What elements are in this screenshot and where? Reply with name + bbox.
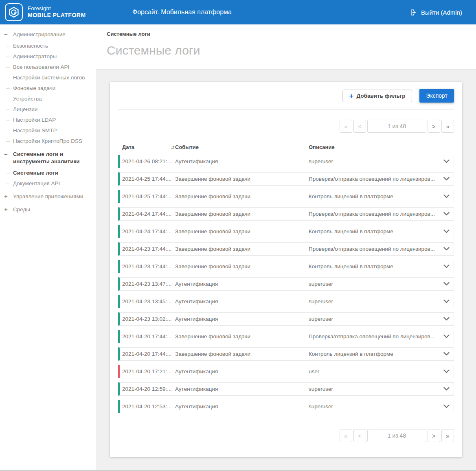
add-filter-label: Добавить фильтр xyxy=(357,93,406,99)
prev-page-button[interactable]: < xyxy=(353,429,366,442)
logout-icon xyxy=(409,9,417,16)
chevron-down-icon[interactable] xyxy=(439,317,454,321)
app-logo[interactable]: Foresight MOBILE PLATFORM xyxy=(0,3,86,21)
table-row[interactable]: 2021-04-20 17:44:...Завершение фоновой з… xyxy=(118,347,454,361)
row-event: Завершение фоновой задачи xyxy=(175,211,309,217)
sidebar-item[interactable]: Все пользователи API xyxy=(13,62,96,72)
table-row[interactable]: 2021-04-20 17:21:...Аутентификацияuser xyxy=(118,365,454,378)
table-row[interactable]: 2021-04-23 17:44:...Завершение фоновой з… xyxy=(118,260,454,273)
sidebar-item[interactable]: Лицензии xyxy=(13,104,96,115)
row-date: 2021-04-25 17:44:... xyxy=(122,176,175,182)
row-event: Завершение фоновой задачи xyxy=(175,193,309,199)
chevron-down-icon[interactable] xyxy=(439,160,454,163)
add-filter-button[interactable]: + Добавить фильтр xyxy=(342,90,412,102)
app-header: Foresight MOBILE PLATFORM Форсайт. Мобил… xyxy=(0,0,476,24)
table-row[interactable]: 2021-04-20 12:53:...Аутентификацияsuperu… xyxy=(118,400,454,413)
sidebar-section-0: −АдминистрированиеБезопасностьАдминистра… xyxy=(0,28,96,147)
export-button[interactable]: Экспорт xyxy=(419,89,454,103)
pagination: «<1 из 48>» xyxy=(118,429,454,442)
chevron-down-icon[interactable] xyxy=(439,195,454,198)
table-row[interactable]: 2021-04-20 12:59:...Аутентификацияsuperu… xyxy=(118,382,454,396)
chevron-down-icon[interactable] xyxy=(439,352,454,356)
row-description: Контроль лицензий в платформе xyxy=(309,193,439,199)
row-event: Аутентификация xyxy=(175,281,309,287)
sidebar-section-header[interactable]: +Управление приложениями xyxy=(0,191,96,203)
table-row[interactable]: 2021-04-26 08:21:...Аутентификацияsuperu… xyxy=(118,155,454,168)
table-row[interactable]: 2021-04-23 17:44:...Завершение фоновой з… xyxy=(118,242,454,256)
sidebar-item[interactable]: Настройки LDAP xyxy=(13,115,96,125)
table-row[interactable]: 2021-04-23 13:02:...Аутентификацияsuperu… xyxy=(118,312,454,326)
logout-button[interactable]: Выйти (Admin) xyxy=(409,0,462,24)
sort-icon[interactable]: ↓↑ xyxy=(171,144,175,150)
sidebar-item[interactable]: Администраторы xyxy=(13,51,96,62)
sidebar-tree: −АдминистрированиеБезопасностьАдминистра… xyxy=(0,28,96,216)
table-row[interactable]: 2021-04-23 13:47:...Аутентификацияsuperu… xyxy=(118,277,454,291)
row-event: Завершение фоновой задачи xyxy=(175,228,309,234)
sidebar-item[interactable]: Устройства xyxy=(13,94,96,104)
table-row[interactable]: 2021-04-24 17:44:...Завершение фоновой з… xyxy=(118,207,454,221)
sidebar-section-3: +Среды xyxy=(0,204,96,216)
sidebar-item[interactable]: Системные логи xyxy=(13,168,96,178)
first-page-button[interactable]: « xyxy=(340,429,352,442)
sidebar-section-header[interactable]: −Системные логи и инструменты аналитики xyxy=(0,148,96,168)
first-page-button[interactable]: « xyxy=(340,120,352,133)
last-page-button[interactable]: » xyxy=(441,429,454,442)
row-description: superuser xyxy=(309,316,439,322)
page-head: Системные логи Системные логи xyxy=(96,24,476,70)
table-row[interactable]: 2021-04-23 13:45:...Аутентификацияsuperu… xyxy=(118,295,454,308)
chevron-down-icon[interactable] xyxy=(439,405,454,408)
prev-page-button[interactable]: < xyxy=(353,120,366,133)
row-date: 2021-04-25 17:44:... xyxy=(122,193,175,199)
sidebar-section-label: Системные логи и инструменты аналитики xyxy=(13,151,85,165)
row-event: Аутентификация xyxy=(175,316,309,322)
row-event: Завершение фоновой задачи xyxy=(175,351,309,357)
row-description: superuser xyxy=(309,403,439,410)
sidebar-section-1: −Системные логи и инструменты аналитикиС… xyxy=(0,148,96,189)
sidebar-section-header[interactable]: +Среды xyxy=(0,204,96,216)
chevron-down-icon[interactable] xyxy=(439,212,454,216)
chevron-down-icon[interactable] xyxy=(439,282,454,286)
logo-line1: Foresight xyxy=(28,6,86,12)
table-row[interactable]: 2021-04-20 17:44:...Завершение фоновой з… xyxy=(118,330,454,343)
chevron-down-icon[interactable] xyxy=(439,230,454,233)
sidebar-section-label: Администрирование xyxy=(13,31,66,38)
chevron-down-icon[interactable] xyxy=(439,300,454,303)
expand-icon[interactable]: + xyxy=(4,206,10,213)
app-title: Форсайт. Мобильная платформа xyxy=(132,0,232,24)
collapse-icon[interactable]: − xyxy=(4,151,10,158)
sidebar-section-children: Системные логиДокументация API xyxy=(0,168,96,189)
row-date: 2021-04-23 13:47:... xyxy=(122,281,175,287)
next-page-button[interactable]: > xyxy=(428,120,440,133)
row-date: 2021-04-23 17:44:... xyxy=(122,263,175,269)
last-page-button[interactable]: » xyxy=(441,120,454,133)
table-row[interactable]: 2021-04-24 17:44:...Завершение фоновой з… xyxy=(118,225,454,238)
sidebar-section-children: БезопасностьАдминистраторыВсе пользовате… xyxy=(0,41,96,147)
table-row[interactable]: 2021-04-25 17:44:...Завершение фоновой з… xyxy=(118,172,454,186)
sidebar-section-header[interactable]: −Администрирование xyxy=(0,28,96,41)
sidebar-item[interactable]: Настройки системных логов xyxy=(13,72,96,83)
sidebar-section-2: +Управление приложениями xyxy=(0,191,96,203)
sidebar-item[interactable]: Безопасность xyxy=(13,41,96,51)
sidebar-item[interactable]: Документация API xyxy=(13,178,96,189)
chevron-down-icon[interactable] xyxy=(439,387,454,391)
plus-icon: + xyxy=(349,92,353,99)
chevron-down-icon[interactable] xyxy=(439,247,454,251)
expand-icon[interactable]: + xyxy=(4,193,10,200)
sidebar-item[interactable]: Настройки КриптоПро DSS xyxy=(13,136,96,147)
row-event: Аутентификация xyxy=(175,386,309,392)
logout-label: Выйти (Admin) xyxy=(421,9,462,16)
chevron-down-icon[interactable] xyxy=(439,370,454,373)
breadcrumb[interactable]: Системные логи xyxy=(107,31,476,37)
row-date: 2021-04-20 17:44:... xyxy=(122,333,175,340)
table-row[interactable]: 2021-04-25 17:44:...Завершение фоновой з… xyxy=(118,190,454,203)
row-description: superuser xyxy=(309,281,439,287)
chevron-down-icon[interactable] xyxy=(439,177,454,181)
foresight-logo-icon xyxy=(5,3,23,21)
sidebar-item[interactable]: Настройки SMTP xyxy=(13,125,96,136)
row-date: 2021-04-23 13:45:... xyxy=(122,298,175,305)
chevron-down-icon[interactable] xyxy=(439,335,454,338)
chevron-down-icon[interactable] xyxy=(439,265,454,268)
sidebar-item[interactable]: Фоновые задачи xyxy=(13,83,96,94)
column-header-date: Дата xyxy=(122,144,134,150)
next-page-button[interactable]: > xyxy=(428,429,440,442)
